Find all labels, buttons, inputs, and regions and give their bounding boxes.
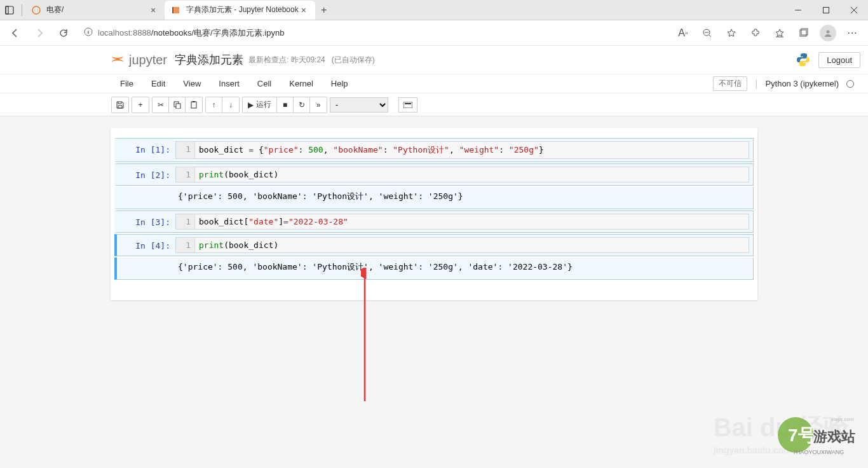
kernel-status-icon <box>846 80 854 88</box>
browser-tab-1[interactable]: 电赛/ × <box>25 1 165 20</box>
input-prompt: In [3]: <box>121 214 175 230</box>
tab-close-icon[interactable]: × <box>299 5 309 15</box>
logout-button[interactable]: Logout <box>818 52 860 68</box>
code-line[interactable]: print(book_dict) <box>195 167 282 182</box>
svg-point-2 <box>32 6 40 14</box>
svg-rect-19 <box>191 102 196 108</box>
window-close-button[interactable] <box>840 0 868 20</box>
divider <box>22 4 22 16</box>
svg-point-16 <box>827 30 830 33</box>
line-number: 1 <box>176 214 195 229</box>
favorite-icon[interactable] <box>721 23 742 43</box>
code-line[interactable]: book_dict["date"]="2022-03-28" <box>195 214 352 229</box>
more-menu-icon[interactable]: ⋯ <box>841 23 863 43</box>
cell-output: {'price': 500, 'bookName': 'Python设计', '… <box>175 187 749 206</box>
jupyter-favicon-icon <box>31 5 41 15</box>
zoom-out-icon[interactable] <box>696 23 718 43</box>
collections-icon[interactable] <box>793 23 815 43</box>
code-line[interactable]: book_dict = {"price": 500, "bookName": "… <box>195 142 548 158</box>
svg-text:7号: 7号 <box>788 425 816 445</box>
cell-output: {'price': 500, 'bookName': 'Python设计', '… <box>175 258 749 277</box>
notebook-favicon-icon <box>171 5 181 15</box>
window-maximize-button[interactable] <box>812 0 840 20</box>
menu-edit[interactable]: Edit <box>142 79 174 88</box>
read-aloud-icon[interactable]: A» <box>672 23 694 43</box>
trust-indicator[interactable]: 不可信 <box>713 76 747 91</box>
site-info-icon[interactable] <box>84 27 93 38</box>
jupyter-logo[interactable]: jupyter <box>111 53 167 67</box>
svg-rect-20 <box>193 101 195 102</box>
menu-insert[interactable]: Insert <box>210 79 248 88</box>
code-editor[interactable]: 1book_dict = {"price": 500, "bookName": … <box>175 141 749 159</box>
svg-rect-18 <box>176 104 180 109</box>
forward-button[interactable] <box>29 23 50 43</box>
menu-bar: FileEditViewInsertCellKernelHelp 不可信 | P… <box>0 74 868 93</box>
line-number: 1 <box>176 238 195 252</box>
baidu-watermark: Bai du 经验 jingyan.baidu.com <box>714 410 849 455</box>
stop-button[interactable]: ■ <box>277 97 294 113</box>
menu-cell[interactable]: Cell <box>248 79 280 88</box>
jupyter-logo-text: jupyter <box>129 53 167 67</box>
menu-kernel[interactable]: Kernel <box>280 79 322 88</box>
restart-button[interactable]: ↻ <box>294 97 310 113</box>
address-bar: localhost:8888/notebooks/电赛/字典添加元素.ipynb… <box>0 20 868 46</box>
notebook-title[interactable]: 字典添加元素 <box>175 52 243 67</box>
window-minimize-button[interactable] <box>784 0 812 20</box>
checkpoint-info: 最新检查点: 昨天09:24 (已自动保存) <box>248 55 375 65</box>
code-editor[interactable]: 1print(book_dict) <box>175 167 749 182</box>
tab-title: 电赛/ <box>46 4 148 15</box>
new-tab-button[interactable]: + <box>315 1 333 19</box>
svg-rect-22 <box>405 103 411 104</box>
menu-file[interactable]: File <box>111 79 142 88</box>
back-button[interactable] <box>5 23 25 43</box>
line-number: 1 <box>176 142 195 158</box>
url-path: /notebooks/电赛/字典添加元素.ipynb <box>151 27 285 39</box>
svg-rect-21 <box>403 102 412 108</box>
game-site-watermark: 7号 游戏站 7HAOYOUXIWANG xiayx.com <box>771 413 860 460</box>
save-button[interactable] <box>112 97 128 113</box>
svg-text:游戏站: 游戏站 <box>813 429 855 444</box>
refresh-button[interactable] <box>53 23 74 43</box>
toolbar: + ✂ ↑ ↓ ▶ 运行 ■ ↻ » - <box>0 93 868 116</box>
kernel-name[interactable]: Python 3 (ipykernel) <box>765 79 839 88</box>
jupyter-logo-icon <box>111 53 125 67</box>
python-logo-icon <box>796 52 811 67</box>
add-cell-button[interactable]: + <box>132 97 149 113</box>
code-line[interactable]: print(book_dict) <box>195 238 282 252</box>
url-host: localhost <box>98 28 130 38</box>
menu-help[interactable]: Help <box>322 79 357 88</box>
favorites-bar-icon[interactable] <box>769 23 790 43</box>
input-prompt: In [2]: <box>121 167 175 182</box>
move-down-button[interactable]: ↓ <box>222 97 239 113</box>
cell-type-select[interactable]: - <box>330 97 388 113</box>
move-up-button[interactable]: ↑ <box>206 97 222 113</box>
tabs-overview-button[interactable] <box>0 0 19 20</box>
code-editor[interactable]: 1print(book_dict) <box>175 237 749 253</box>
code-editor[interactable]: 1book_dict["date"]="2022-03-28" <box>175 214 749 230</box>
annotation-arrow <box>361 268 374 410</box>
url-port: :8888 <box>130 28 151 38</box>
svg-line-12 <box>709 35 711 37</box>
paste-button[interactable] <box>186 97 202 113</box>
code-cell[interactable]: In [4]:1print(book_dict) <box>114 234 754 256</box>
url-input[interactable]: localhost:8888/notebooks/电赛/字典添加元素.ipynb <box>78 24 668 43</box>
svg-rect-0 <box>6 6 13 14</box>
tab-close-icon[interactable]: × <box>148 5 158 15</box>
command-palette-button[interactable] <box>398 97 417 113</box>
notebook-body: In [1]:1book_dict = {"price": 500, "book… <box>111 128 757 300</box>
input-prompt: In [1]: <box>121 141 175 159</box>
copy-button[interactable] <box>169 97 186 113</box>
svg-rect-4 <box>824 7 829 13</box>
code-cell[interactable]: In [3]:1book_dict["date"]="2022-03-28" <box>114 210 754 233</box>
browser-tab-2-active[interactable]: 字典添加元素 - Jupyter Notebook × <box>165 1 315 20</box>
cut-button[interactable]: ✂ <box>153 97 169 113</box>
fast-forward-button[interactable]: » <box>310 97 327 113</box>
profile-avatar[interactable] <box>817 23 839 43</box>
menu-view[interactable]: View <box>174 79 210 88</box>
svg-text:7HAOYOUXIWANG: 7HAOYOUXIWANG <box>793 449 844 455</box>
extensions-icon[interactable] <box>745 23 766 43</box>
run-button[interactable]: ▶ 运行 <box>243 97 277 113</box>
code-cell[interactable]: In [2]:1print(book_dict) <box>114 163 754 186</box>
code-cell[interactable]: In [1]:1book_dict = {"price": 500, "book… <box>114 138 754 162</box>
svg-text:xiayx.com: xiayx.com <box>831 416 854 422</box>
